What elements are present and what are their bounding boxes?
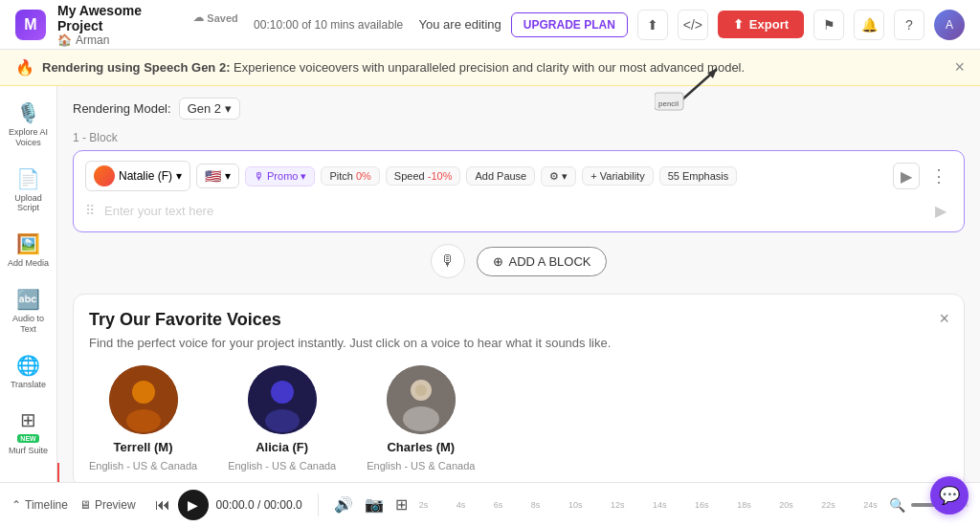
block-card: Natalie (F) ▾ 🇺🇸 ▾ 🎙 Promo ▾ Pitch 0%	[73, 150, 965, 232]
image-icon: 🖼️	[16, 232, 40, 255]
voice-card-terrell[interactable]: Terrell (M) English - US & Canada	[89, 365, 197, 471]
inline-play-button[interactable]: ▶	[929, 199, 952, 222]
favorites-header: Try Our Favorite Voices Find the perfect…	[89, 310, 948, 365]
favorites-content: Try Our Favorite Voices Find the perfect…	[73, 294, 965, 482]
add-block-button[interactable]: ⊕ ADD A BLOCK	[477, 247, 608, 276]
topbar-actions: You are editing UPGRADE PLAN ⬆ </> ⬆ Exp…	[419, 10, 965, 40]
ruler-mark: 6s	[494, 500, 503, 510]
favorites-panel: Try Our Favorite Voices Find the perfect…	[73, 294, 965, 482]
ruler-mark: 24s	[863, 500, 878, 510]
ruler-mark: 14s	[653, 500, 667, 510]
export-button[interactable]: ⬆ Export	[718, 11, 804, 38]
block-play-button[interactable]: ▶	[893, 163, 920, 189]
svg-point-6	[126, 409, 161, 432]
grid-icon: ⊞	[20, 408, 36, 431]
voice-card-charles[interactable]: Charles (M) English - US & Canada	[367, 365, 475, 471]
project-owner: 🏠 Arman	[57, 33, 238, 47]
saved-badge: ☁ Saved	[193, 11, 237, 24]
chat-button[interactable]: 💬	[930, 476, 969, 515]
play-icon: ▶	[188, 497, 198, 513]
editing-status: You are editing	[419, 17, 501, 32]
favorites-desc: Find the perfect voice for your project …	[89, 336, 611, 350]
ruler-mark: 20s	[779, 500, 793, 510]
sidebar-item-murf-suite[interactable]: ⊞ NEW Murf Suite	[4, 401, 54, 464]
fire-icon: 🔥	[15, 58, 34, 77]
doc-icon: 📄	[16, 167, 40, 190]
ruler-mark: 10s	[568, 500, 583, 510]
audio-text-icon: 🔤	[16, 288, 40, 311]
camera-icon: 📷	[365, 495, 384, 514]
camera-button[interactable]: 📷	[365, 495, 384, 514]
voice-card-alicia[interactable]: Alicia (F) English - US & Canada	[228, 365, 336, 471]
speed-control[interactable]: Speed -10%	[386, 166, 461, 186]
svg-point-9	[265, 409, 300, 432]
search-icon: 🔍	[889, 497, 905, 513]
svg-point-13	[415, 384, 427, 396]
sidebar-item-translate[interactable]: 🌐 Translate	[4, 346, 54, 398]
emphasis-control[interactable]: 55 Emphasis	[659, 166, 738, 186]
upgrade-button[interactable]: UPGRADE PLAN	[511, 12, 628, 37]
playhead	[57, 463, 59, 482]
sidebar: 🎙️ Explore AI Voices 📄 Upload Script 🖼️ …	[0, 86, 57, 482]
grid-icon: ⊞	[395, 495, 408, 514]
pitch-control[interactable]: Pitch 0%	[321, 166, 379, 186]
block-more-button[interactable]: ⋮	[925, 163, 952, 189]
flag-button[interactable]: ⚑	[813, 10, 844, 40]
sidebar-item-add-media[interactable]: 🖼️ Add Media	[4, 225, 54, 276]
effects-button[interactable]: ⚙ ▾	[541, 166, 576, 186]
ruler-marks: 2s4s6s8s10s12s14s16s18s20s22s24s	[419, 500, 878, 510]
translate-icon: 🌐	[16, 354, 40, 377]
preview-toggle[interactable]: 🖥 Preview	[79, 498, 136, 512]
main-area: 🎙️ Explore AI Voices 📄 Upload Script 🖼️ …	[0, 86, 980, 482]
volume-icon: 🔊	[334, 496, 353, 513]
avatar[interactable]: A	[934, 10, 965, 40]
ruler-mark: 4s	[457, 500, 466, 510]
flag-language-selector[interactable]: 🇺🇸 ▾	[196, 164, 239, 188]
divider	[318, 493, 319, 516]
share-button[interactable]: ⬆	[637, 10, 668, 40]
code-button[interactable]: </>	[678, 10, 708, 40]
drag-handle[interactable]: ⠿	[85, 203, 95, 218]
ruler-mark: 18s	[737, 500, 751, 510]
style-chip[interactable]: 🎙 Promo ▾	[245, 166, 315, 186]
alicia-avatar	[248, 365, 317, 434]
skip-back-button[interactable]: ⏮	[155, 496, 170, 514]
text-input[interactable]: Enter your text here	[100, 200, 924, 222]
volume-button[interactable]: 🔊	[334, 495, 353, 514]
terrell-avatar	[109, 365, 178, 434]
render-model-row: Rendering Model: Gen 2 ▾	[73, 98, 965, 120]
close-favorites-button[interactable]: ×	[939, 309, 949, 329]
code-icon: </>	[683, 17, 702, 33]
sidebar-item-explore-ai-voices[interactable]: 🎙️ Explore AI Voices	[4, 94, 54, 156]
block-controls: Natalie (F) ▾ 🇺🇸 ▾ 🎙 Promo ▾ Pitch 0%	[85, 161, 952, 191]
grid-button[interactable]: ⊞	[395, 495, 408, 514]
content-area: Rendering Model: Gen 2 ▾ 1 - Block Natal…	[57, 86, 980, 482]
question-icon: ?	[905, 17, 913, 33]
svg-point-12	[403, 406, 439, 431]
voices-row: Terrell (M) English - US & Canada Alicia…	[89, 365, 948, 471]
add-pause-button[interactable]: Add Pause	[466, 166, 535, 186]
ruler-mark: 12s	[611, 500, 625, 510]
topbar: M My Awesome Project ☁ Saved 🏠 Arman 00:…	[0, 0, 980, 50]
sidebar-item-audio-to-text[interactable]: 🔤 Audio to Text	[4, 280, 54, 342]
bell-button[interactable]: 🔔	[854, 10, 884, 40]
help-button[interactable]: ?	[894, 10, 924, 40]
chevron-down-icon: ▾	[562, 170, 568, 182]
ruler-mark: 8s	[531, 500, 541, 510]
text-input-row: ⠿ Enter your text here ▶	[85, 199, 952, 222]
sidebar-item-upload-script[interactable]: 📄 Upload Script	[4, 160, 54, 222]
ruler-area: 2s4s6s8s10s12s14s16s18s20s22s24s	[419, 500, 878, 510]
render-model-select[interactable]: Gen 2 ▾	[179, 98, 240, 120]
share-icon: ⬆	[647, 17, 658, 33]
flag-icon: ⚑	[823, 17, 835, 33]
timeline-toggle[interactable]: ⌃ Timeline	[11, 498, 68, 512]
notif-close-button[interactable]: ×	[954, 57, 965, 77]
record-button[interactable]: 🎙	[431, 244, 465, 278]
variability-button[interactable]: + Variability	[582, 166, 653, 186]
play-pause-button[interactable]: ▶	[178, 490, 209, 520]
voice-selector[interactable]: Natalie (F) ▾	[85, 161, 190, 191]
play-icon: ▶	[901, 167, 912, 186]
project-info: My Awesome Project ☁ Saved 🏠 Arman	[57, 3, 238, 47]
notification-bar: 🔥 Rendering using Speech Gen 2: Experien…	[0, 50, 980, 86]
svg-point-5	[132, 381, 155, 404]
